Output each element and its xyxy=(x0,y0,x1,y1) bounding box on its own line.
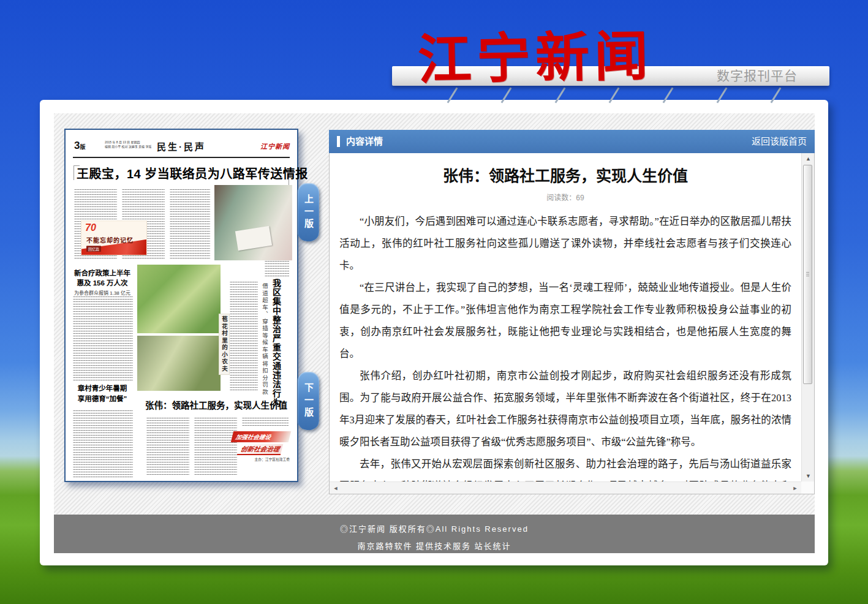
micro-text-column xyxy=(73,410,133,478)
ribbon-line2: 创新社会治理 xyxy=(237,444,283,455)
paper-headline-story3-vertical[interactable]: 我区集中整治严重交通违法行为 xyxy=(270,279,282,407)
scroll-up-arrow-icon[interactable]: ▲ xyxy=(802,153,815,164)
micro-text-column xyxy=(170,189,210,260)
paper-masthead-logo: 江宁新闻 xyxy=(260,141,290,151)
badge-title: 不能忘却的记忆 xyxy=(86,235,134,244)
micro-text-column xyxy=(242,418,289,428)
micro-text-column xyxy=(146,418,189,477)
photo-garden-1 xyxy=(137,265,221,333)
photo-caption-vertical: 苞花村里的小农夫 xyxy=(219,314,230,375)
prev-page-label: 上一版 xyxy=(302,194,315,231)
scroll-right-arrow-icon[interactable]: ► xyxy=(790,482,800,494)
article-paragraph: “在三尺讲台上，我实现了自己的梦想，当一名‘灵魂工程师’，兢兢业业地传道授业。但… xyxy=(339,277,791,365)
back-to-page-link[interactable]: 返回该版首页 xyxy=(752,130,807,153)
header-accent-bar xyxy=(337,136,340,147)
platform-label: 数字报刊平台 xyxy=(717,66,798,86)
article-area: 张伟：领路社工服务，实现人生价值 阅读数：69 “小朋友们，今后遇到困难可以通过… xyxy=(330,153,801,481)
next-page-label: 下一版 xyxy=(302,383,315,420)
prev-page-button[interactable]: 上一版 xyxy=(298,183,319,241)
content-panel-header: 内容详情 返回该版首页 xyxy=(329,130,815,153)
paper-subtitle-story2: 为参合群众报销 1.38 亿元 xyxy=(72,289,133,296)
article-paragraph: 张伟介绍，创办红叶社初期，南京市公益创投才刚起步，政府购买社会组织服务还没有形成… xyxy=(339,365,791,453)
ribbon-host: 主办：江宁区社建工委 xyxy=(248,457,290,462)
ribbon-line1: 加强社会建设 xyxy=(231,431,291,442)
footer: ◎江宁新闻 版权所有◎All Rights Reserved 南京路特软件 提供… xyxy=(54,515,815,553)
panel-title: 内容详情 xyxy=(346,130,383,153)
footer-credits[interactable]: 南京路特软件 提供技术服务 站长统计 xyxy=(54,540,815,551)
scrollbar-corner xyxy=(801,481,814,494)
badge-tag: 回忆篇 xyxy=(86,246,101,252)
photo-elderly-man-reading xyxy=(214,185,292,260)
social-governance-ribbon: 加强社会建设 创新社会治理 主办：江宁区社建工委 xyxy=(232,431,290,464)
scroll-down-arrow-icon[interactable]: ▼ xyxy=(802,470,815,481)
page-background: { "header": { "logo": "江宁新闻", "platform_… xyxy=(0,0,868,604)
micro-text-column xyxy=(73,296,133,381)
badge-70-number: 70 xyxy=(85,222,96,233)
vertical-scrollbar[interactable]: ▲ ▼ xyxy=(801,153,814,481)
site-logo: 江宁新闻 xyxy=(417,20,663,104)
article-title: 张伟：领路社工服务，实现人生价值 xyxy=(330,164,801,186)
article-read-count: 阅读数：69 xyxy=(330,192,801,202)
horizontal-scrollbar[interactable]: ◄ ► xyxy=(330,481,801,494)
next-page-button[interactable]: 下一版 xyxy=(298,372,319,430)
footer-copyright: ◎江宁新闻 版权所有◎All Rights Reserved xyxy=(54,523,815,534)
vertical-scrollbar-thumb[interactable] xyxy=(803,165,812,384)
scrollbar-grip-icon xyxy=(806,272,809,277)
paper-headline-main[interactable]: 王殿宝，14 岁当联络员为八路军传送情报 xyxy=(77,164,286,182)
micro-text-column xyxy=(265,261,289,277)
memory-70-badge: 70 不能忘却的记忆 回忆篇 xyxy=(81,221,147,255)
paper-headline-story4[interactable]: 章村青少年暑期 享用德育“加餐” xyxy=(72,383,133,404)
main-content-box: 3版 2015 年 8 月 13 日 星期四 编辑 周小平 校对 沈婷玉 美编 … xyxy=(40,100,828,565)
article-text: “小朋友们，今后遇到困难可以通过连心卡联系志愿者，寻求帮助。”在近日举办的区散居… xyxy=(339,211,791,481)
paper-subtitle-story3-vertical: 借道超车、穿插等候车辆将扣分罚款 xyxy=(260,283,269,396)
newspaper-page-thumbnail[interactable]: 3版 2015 年 8 月 13 日 星期四 编辑 周小平 校对 沈婷玉 美编 … xyxy=(64,129,298,482)
photo-garden-2 xyxy=(137,336,221,391)
paper-headline-story5[interactable]: 张伟：领路社工服务，实现人生价值 xyxy=(144,398,289,411)
masthead-rule xyxy=(73,157,290,158)
article-paragraph: 去年，张伟又开始从宏观层面探索创新社区服务、助力社会治理的路子，先后与汤山街道益… xyxy=(339,453,791,481)
micro-text-column xyxy=(230,282,258,391)
paper-headline-story2[interactable]: 新合疗政策上半年 惠及 156 万人次 xyxy=(72,268,133,288)
article-paragraph: “小朋友们，今后遇到困难可以通过连心卡联系志愿者，寻求帮助。”在近日举办的区散居… xyxy=(339,211,791,277)
micro-text-column xyxy=(194,418,237,477)
scroll-left-arrow-icon[interactable]: ◄ xyxy=(331,482,341,494)
content-panel-body: 张伟：领路社工服务，实现人生价值 阅读数：69 “小朋友们，今后遇到困难可以通过… xyxy=(329,153,815,494)
